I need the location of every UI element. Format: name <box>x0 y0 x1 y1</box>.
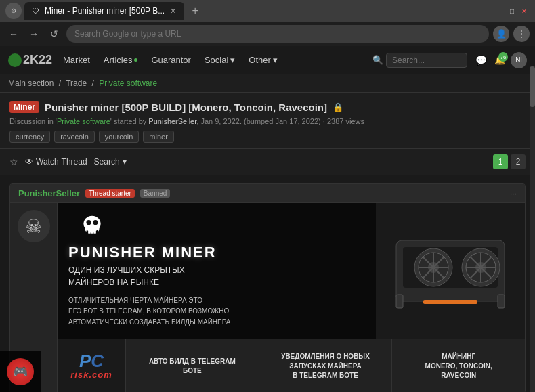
new-tab-button[interactable]: + <box>187 3 203 19</box>
watch-thread-button[interactable]: 👁 Watch Thread <box>25 157 87 167</box>
address-bar: ← → ↺ 👤 ⋮ <box>0 22 535 46</box>
svg-rect-25 <box>423 300 477 304</box>
post-area: PunisherSeller Thread starter Banned ···… <box>0 175 535 392</box>
refresh-button[interactable]: ↺ <box>46 26 62 42</box>
search-chevron-icon: ▾ <box>123 157 127 167</box>
post-header: PunisherSeller Thread starter Banned ··· <box>10 184 525 203</box>
logo-circle <box>8 53 22 67</box>
nav-articles[interactable]: Articles <box>97 55 145 65</box>
scrollbar-thumb[interactable] <box>530 66 535 107</box>
thread-tag-miner: Miner <box>9 101 39 113</box>
svg-rect-6 <box>86 229 98 230</box>
tag-yourcoin[interactable]: yourcoin <box>99 131 140 143</box>
skull-icon: ☠ <box>25 215 42 238</box>
thread-meta: Discussion in 'Private software' started… <box>9 117 526 125</box>
post-username[interactable]: PunisherSeller <box>18 188 80 198</box>
author-link[interactable]: PunisherSeller <box>148 117 196 125</box>
toolbar-left: ☆ 👁 Watch Thread Search ▾ <box>9 156 127 167</box>
nav-other[interactable]: Other ▾ <box>242 55 284 65</box>
site-content: 2K22 Market Articles Guarantor Social ▾ … <box>0 46 535 392</box>
feature-box-2: УВЕДОМЛЕНИЯ О НОВЫХЗАПУСКАХ МАЙНЕРАВ TEL… <box>259 339 392 392</box>
tag-currency[interactable]: currency <box>9 131 50 143</box>
svg-point-7 <box>87 221 90 224</box>
tab-favicon: 🛡 <box>33 7 39 15</box>
feature-box-3: МАЙНИНГMONERO, TONCOIN,RAVECOIN <box>391 339 525 392</box>
browser-profile-avatar[interactable]: 👤 <box>493 26 509 42</box>
thread-title: Miner Punisher miner [500P BUILD] [Moner… <box>9 101 526 113</box>
browser-right-icons: 👤 ⋮ <box>493 26 530 42</box>
svg-point-8 <box>94 221 97 224</box>
post-content: PUNISHER MINER ОДИН ИЗ ЛУЧШИХ СКРЫТЫХМАЙ… <box>58 203 525 392</box>
browser-controls: ⚙ <box>5 3 22 19</box>
minimize-button[interactable]: — <box>494 5 505 16</box>
notification-bell[interactable]: 🔔 76 <box>494 55 505 65</box>
search-icon: 🔍 <box>372 55 383 65</box>
breadcrumb: Main section / Trade / Private software <box>0 74 535 93</box>
chat-icon[interactable]: 💬 <box>473 52 489 68</box>
browser-profile-icon: ⚙ <box>5 3 22 19</box>
tab-close-button[interactable]: ✕ <box>170 7 176 16</box>
svg-rect-26 <box>396 295 403 308</box>
site-nav: 2K22 Market Articles Guarantor Social ▾ … <box>0 46 535 74</box>
nav-search-input[interactable] <box>386 53 467 68</box>
post-banned-badge: Banned <box>140 189 170 198</box>
breadcrumb-trade[interactable]: Trade <box>66 79 87 88</box>
tab-title: Miner - Punisher miner [500P B... <box>45 6 165 16</box>
forward-button[interactable]: → <box>26 26 42 42</box>
thread-title-text: Punisher miner [500P BUILD] [Monero, Ton… <box>45 102 327 113</box>
nav-icons: 💬 🔔 76 Ni <box>473 52 527 68</box>
nav-social[interactable]: Social ▾ <box>198 55 242 65</box>
nav-guarantor[interactable]: Guarantor <box>144 55 198 65</box>
feature-box-2-text: УВЕДОМЛЕНИЯ О НОВЫХЗАПУСКАХ МАЙНЕРАВ TEL… <box>281 352 370 380</box>
site-logo[interactable]: 2K22 <box>8 53 52 67</box>
watch-icon: 👁 <box>25 157 33 167</box>
maximize-button[interactable]: □ <box>507 5 517 16</box>
scrollbar-track[interactable] <box>530 66 535 392</box>
articles-dot <box>134 58 137 62</box>
post-body: ☠ <box>10 203 525 392</box>
breadcrumb-main[interactable]: Main section <box>8 79 53 88</box>
notification-count: 76 <box>498 52 508 62</box>
lock-icon: 🔒 <box>333 102 343 112</box>
feature-box-logo: PC risk.com <box>58 339 125 392</box>
banner-right <box>376 203 525 339</box>
post-role-badge: Thread starter <box>85 189 135 198</box>
feature-boxes: PC risk.com АВТО БИЛД В TELEGRAMБОТЕ УВЕ… <box>58 339 525 392</box>
post: PunisherSeller Thread starter Banned ···… <box>9 183 526 392</box>
back-button[interactable]: ← <box>5 26 22 42</box>
thread-tags: currency ravecoin yourcoin miner <box>9 131 526 143</box>
private-software-link[interactable]: Private software <box>57 117 110 125</box>
feature-box-1-text: АВТО БИЛД В TELEGRAMБОТЕ <box>149 357 236 376</box>
banner-main: PUNISHER MINER ОДИН ИЗ ЛУЧШИХ СКРЫТЫХМАЙ… <box>58 203 525 339</box>
feature-box-1: АВТО БИЛД В TELEGRAMБОТЕ <box>125 339 259 392</box>
feature-box-3-text: МАЙНИНГMONERO, TONCOIN,RAVECOIN <box>425 352 492 380</box>
bottom-icon: 🎮 <box>7 358 34 385</box>
banner-desc: ОТЛИЧИТЕЛЬНАЯ ЧЕРТА МАЙНЕРА ЭТОЕГО БОТ В… <box>68 295 365 328</box>
url-input[interactable] <box>66 25 489 43</box>
window-controls: — □ ✕ <box>494 5 530 16</box>
search-thread-button[interactable]: Search ▾ <box>94 157 127 167</box>
banner-title: PUNISHER MINER <box>68 244 365 261</box>
gpu-graphic <box>383 227 518 315</box>
svg-rect-27 <box>498 295 505 308</box>
nav-market[interactable]: Market <box>56 55 97 65</box>
banner-subtitle: ОДИН ИЗ ЛУЧШИХ СКРЫТЫХМАЙНЕРОВ НА РЫНКЕ <box>68 264 365 288</box>
punisher-skull-graphic <box>68 214 116 238</box>
star-button[interactable]: ☆ <box>9 156 18 167</box>
breadcrumb-private-software[interactable]: Private software <box>99 79 157 88</box>
bottom-widget[interactable]: 🎮 <box>0 351 41 392</box>
active-tab[interactable]: 🛡 Miner - Punisher miner [500P B... ✕ <box>24 2 184 20</box>
pagination: 1 2 <box>493 154 526 169</box>
thread-toolbar: ☆ 👁 Watch Thread Search ▾ 1 2 <box>0 149 535 175</box>
close-button[interactable]: ✕ <box>519 5 530 16</box>
browser-menu-button[interactable]: ⋮ <box>513 26 530 42</box>
user-avatar[interactable]: Ni <box>511 52 527 68</box>
tag-ravecoin[interactable]: ravecoin <box>54 131 95 143</box>
tag-miner[interactable]: miner <box>143 131 174 143</box>
post-more-button[interactable]: ··· <box>510 189 517 198</box>
page-1-button[interactable]: 1 <box>493 154 508 169</box>
title-bar: ⚙ 🛡 Miner - Punisher miner [500P B... ✕ … <box>0 0 535 22</box>
tab-bar: 🛡 Miner - Punisher miner [500P B... ✕ + <box>24 1 492 21</box>
thread-header: Miner Punisher miner [500P BUILD] [Moner… <box>0 93 535 149</box>
page-2-button[interactable]: 2 <box>511 154 526 169</box>
